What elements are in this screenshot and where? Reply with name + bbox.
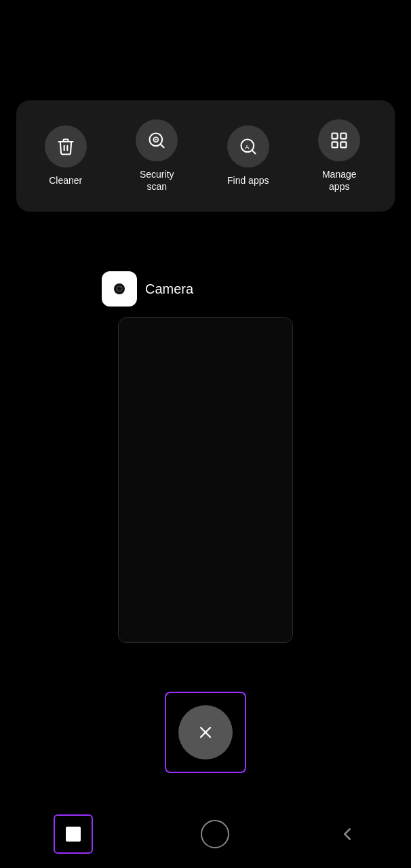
security-scan-icon-circle <box>136 119 178 161</box>
svg-rect-8 <box>332 142 338 147</box>
camera-icon <box>109 278 130 300</box>
recents-button[interactable] <box>54 814 93 854</box>
svg-rect-7 <box>341 134 347 139</box>
svg-rect-6 <box>332 134 338 139</box>
manage-apps-icon-circle <box>318 119 360 161</box>
svg-rect-9 <box>341 142 347 147</box>
quick-actions-panel: Cleaner Security scan A Find apps <box>16 100 395 212</box>
camera-app-name: Camera <box>145 281 193 297</box>
recents-icon <box>66 827 81 842</box>
close-x-icon <box>196 723 215 742</box>
cleaner-icon-circle <box>45 125 87 167</box>
find-apps-icon: A <box>239 137 258 156</box>
security-scan-icon <box>147 131 166 150</box>
svg-text:A: A <box>245 144 250 151</box>
camera-app-icon <box>102 271 137 307</box>
nav-bar <box>0 807 411 868</box>
security-scan-label: Security scan <box>130 168 184 193</box>
find-apps-action[interactable]: A Find apps <box>227 125 269 186</box>
cleaner-action[interactable]: Cleaner <box>45 125 87 186</box>
back-button[interactable] <box>337 824 357 844</box>
app-header: Camera <box>102 271 193 307</box>
find-apps-label: Find apps <box>227 174 269 186</box>
svg-point-13 <box>118 288 121 291</box>
svg-line-1 <box>161 144 164 147</box>
camera-app-preview[interactable] <box>118 317 293 643</box>
manage-apps-label: Manage apps <box>312 168 366 193</box>
home-button[interactable] <box>201 820 229 848</box>
manage-apps-icon <box>330 131 349 150</box>
svg-point-14 <box>121 286 122 288</box>
svg-line-4 <box>252 151 255 154</box>
cleaner-label: Cleaner <box>49 174 82 186</box>
find-apps-icon-circle: A <box>227 125 269 167</box>
security-scan-action[interactable]: Security scan <box>130 119 184 193</box>
manage-apps-action[interactable]: Manage apps <box>312 119 366 193</box>
svg-point-2 <box>155 139 157 140</box>
close-button-container <box>165 692 246 773</box>
back-icon <box>337 824 357 844</box>
recent-apps-section: Camera <box>0 271 411 643</box>
trash-icon <box>56 137 75 156</box>
close-recent-button[interactable] <box>178 705 233 760</box>
